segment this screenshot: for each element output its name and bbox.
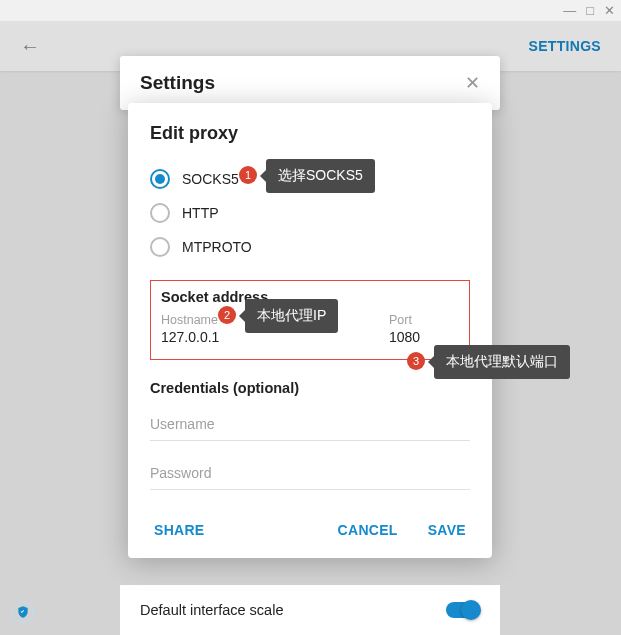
port-field[interactable]: Port 1080 <box>389 313 459 345</box>
shield-icon[interactable] <box>12 601 34 623</box>
annotation-badge-2: 2 <box>218 306 236 324</box>
annotation-tip-3: 本地代理默认端口 <box>434 345 570 379</box>
close-icon[interactable]: ✕ <box>465 72 480 94</box>
protocol-label: MTPROTO <box>182 239 252 255</box>
settings-title: Settings <box>140 72 215 94</box>
protocol-mtproto[interactable]: MTPROTO <box>150 230 470 264</box>
save-button[interactable]: SAVE <box>424 516 470 544</box>
credentials-title: Credentials (optional) <box>150 380 470 396</box>
username-input[interactable] <box>150 406 470 441</box>
window-maximize[interactable]: □ <box>586 3 594 18</box>
default-scale-toggle[interactable] <box>446 602 480 618</box>
window-minimize[interactable]: — <box>563 3 576 18</box>
protocol-label: SOCKS5 <box>182 171 239 187</box>
port-value: 1080 <box>389 329 459 345</box>
window-titlebar: — □ ✕ <box>0 0 621 21</box>
window-close[interactable]: ✕ <box>604 3 615 18</box>
radio-icon <box>150 169 170 189</box>
modal-title: Edit proxy <box>150 123 470 144</box>
port-label: Port <box>389 313 459 327</box>
default-scale-label: Default interface scale <box>140 602 283 618</box>
protocol-label: HTTP <box>182 205 219 221</box>
annotation-tip-1: 选择SOCKS5 <box>266 159 375 193</box>
modal-actions: SHARE CANCEL SAVE <box>150 516 470 544</box>
password-input[interactable] <box>150 455 470 490</box>
annotation-badge-1: 1 <box>239 166 257 184</box>
radio-icon <box>150 203 170 223</box>
annotation-tip-2: 本地代理IP <box>245 299 338 333</box>
default-scale-row[interactable]: Default interface scale <box>120 585 500 635</box>
cancel-button[interactable]: CANCEL <box>334 516 402 544</box>
annotation-badge-3: 3 <box>407 352 425 370</box>
share-button[interactable]: SHARE <box>150 516 209 544</box>
radio-icon <box>150 237 170 257</box>
protocol-http[interactable]: HTTP <box>150 196 470 230</box>
settings-panel: Settings ✕ <box>120 56 500 110</box>
